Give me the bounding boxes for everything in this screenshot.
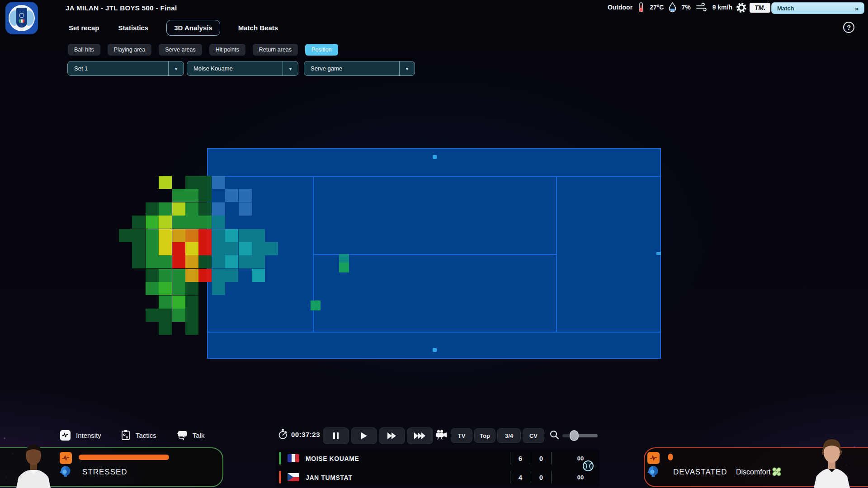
tactics-button[interactable]: Tactics <box>121 430 156 441</box>
chevron-down-icon: ▾ <box>283 61 298 75</box>
club-logo-crest <box>19 13 24 18</box>
heatmap-cell <box>146 282 159 295</box>
chip-ball-hits[interactable]: Ball hits <box>68 44 100 56</box>
wind-icon <box>696 3 708 12</box>
play-button[interactable] <box>351 427 377 444</box>
player2-condition-label: Discomfort <box>736 468 770 476</box>
view-three-quarter-button[interactable]: 3/4 <box>497 428 521 443</box>
settings-gear-icon[interactable] <box>736 2 747 13</box>
tennis-court <box>207 148 661 359</box>
intensity-label: Intensity <box>76 432 101 439</box>
analysis-tabs: Set recap Statistics 3D Analysis Match B… <box>68 18 279 37</box>
heatmap-cell <box>172 309 185 322</box>
camera-zoom-slider-track[interactable] <box>562 434 598 437</box>
heatmap-cell <box>185 216 198 229</box>
heatmap-cell <box>146 202 159 216</box>
fast-forward-button[interactable] <box>379 427 405 444</box>
intensity-icon <box>60 430 71 441</box>
score-separator <box>510 452 510 465</box>
player1-intensity-icon <box>60 452 72 464</box>
talk-button[interactable]: Talk <box>176 430 205 440</box>
heatmap-cell <box>172 269 185 282</box>
heatmap-cell <box>172 282 185 295</box>
heatmap-cell <box>159 216 172 229</box>
score-separator <box>510 471 510 483</box>
heatmap-cell <box>185 176 198 189</box>
tab-statistics[interactable]: Statistics <box>118 20 150 35</box>
game-type-dropdown[interactable]: Serve game ▾ <box>304 61 415 76</box>
heatmap-cell <box>159 202 172 216</box>
game-type-dropdown-value: Serve game <box>304 65 399 72</box>
view-top-button[interactable]: Top <box>474 428 495 443</box>
score-separator <box>551 452 552 465</box>
heatmap-cell <box>132 255 145 268</box>
environment-label: Outdoor <box>608 4 632 11</box>
player2-name: JAN TUMSTAT <box>306 474 352 481</box>
match-button-label: Match <box>777 5 794 12</box>
player2-mental-state-icon <box>646 465 659 478</box>
heatmap-cell <box>159 282 172 295</box>
center-service-line <box>313 254 557 255</box>
heatmap-cell <box>159 269 172 282</box>
chip-position[interactable]: Position <box>305 44 338 56</box>
heatmap-cell <box>185 242 198 255</box>
heatmap-cell <box>146 229 159 242</box>
heatmap-cell <box>146 309 159 322</box>
temperature-value: 27°C <box>650 4 664 11</box>
help-button[interactable]: ? <box>843 22 854 33</box>
heatmap-cell <box>172 229 185 242</box>
chip-playing-area[interactable]: Playing area <box>108 44 152 56</box>
fast-forward-icon <box>387 432 396 439</box>
score-separator <box>531 452 531 465</box>
tab-set-recap[interactable]: Set recap <box>68 20 100 35</box>
score-separator <box>531 471 531 483</box>
player2-intensity-bar <box>668 454 759 459</box>
club-logo-ring <box>9 5 35 31</box>
tab-3d-analysis[interactable]: 3D Analysis <box>166 20 220 36</box>
player1-avatar[interactable] <box>12 439 55 488</box>
chevron-down-icon: ▾ <box>399 61 415 75</box>
player2-intensity-icon <box>647 452 660 464</box>
player-dropdown-value: Moise Kouame <box>187 65 283 72</box>
heatmap-cell <box>185 189 198 202</box>
view-tv-button[interactable]: TV <box>451 428 472 443</box>
player2-games: 0 <box>534 474 548 481</box>
camera-zoom-slider-knob[interactable] <box>570 430 579 441</box>
net-post-marker-top <box>433 155 437 159</box>
player-dropdown[interactable]: Moise Kouame ▾ <box>187 61 298 76</box>
heatmap-cell <box>119 229 132 242</box>
tactics-label: Tactics <box>136 432 156 439</box>
overlay-filter-chips: Ball hits Playing area Serve areas Hit p… <box>68 44 338 56</box>
france-flag-icon <box>288 454 299 462</box>
match-button[interactable]: Match » <box>771 2 864 14</box>
club-logo-shield <box>16 8 27 28</box>
environment-info: Outdoor 27°C 7% 9 km/h <box>608 0 732 14</box>
player1-intensity-bar <box>79 455 169 460</box>
heatmap-cell <box>132 229 145 242</box>
broadcast-camera-icon[interactable] <box>436 430 448 440</box>
humidity-icon <box>669 2 676 12</box>
heatmap-cell <box>159 309 172 322</box>
tab-match-beats[interactable]: Match Beats <box>237 20 279 35</box>
baseline-center-mark <box>656 252 661 255</box>
heatmap-cell <box>172 189 185 202</box>
chip-return-areas[interactable]: Return areas <box>253 44 298 56</box>
chip-serve-areas[interactable]: Serve areas <box>159 44 202 56</box>
set-dropdown[interactable]: Set 1 ▾ <box>67 61 184 76</box>
stopwatch-icon <box>278 429 287 440</box>
heatmap-cell <box>172 296 185 309</box>
match-clock: 00:37:23 <box>278 429 320 440</box>
heatmap-cell <box>146 216 159 229</box>
heatmap-cell <box>172 242 185 255</box>
chip-hit-points[interactable]: Hit points <box>209 44 245 56</box>
view-cv-button[interactable]: CV <box>523 428 544 443</box>
pause-button[interactable] <box>323 427 349 444</box>
match-title: JA MILAN - JTL BOYS 500 - Final <box>66 4 177 12</box>
match-screen: JA MILAN - JTL BOYS 500 - Final Outdoor … <box>0 0 868 488</box>
heatmap-cell <box>185 282 198 295</box>
player1-color-bar <box>279 452 281 465</box>
player2-avatar[interactable] <box>808 435 855 488</box>
heatmap-cell <box>159 229 172 242</box>
intensity-button[interactable]: Intensity <box>60 430 101 441</box>
fastest-forward-button[interactable] <box>407 427 433 444</box>
